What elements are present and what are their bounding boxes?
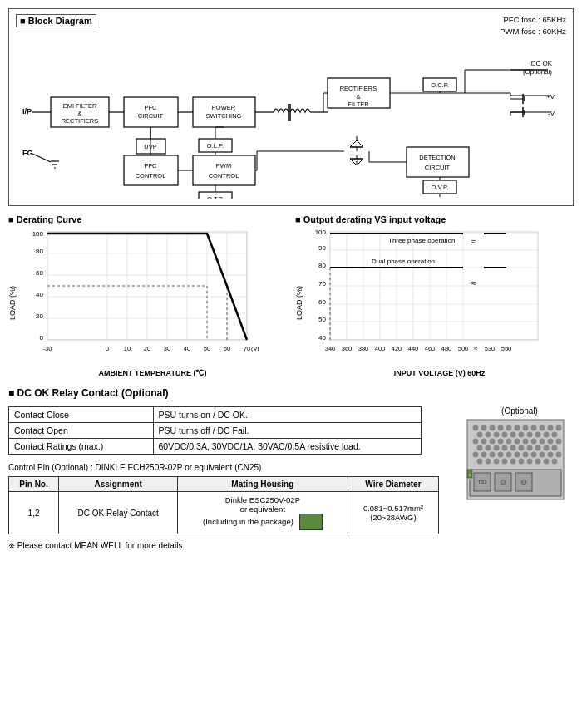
svg-point-221 [548,452,554,458]
svg-point-219 [531,452,537,458]
svg-point-206 [510,445,516,451]
svg-text:360: 360 [342,345,353,352]
svg-point-228 [519,459,525,465]
svg-text:FG: FG [22,149,33,157]
svg-text:EMI FILTER: EMI FILTER [63,102,97,110]
derating-curve-chart: LOAD (%) 0 20 40 60 80 100 [8,228,287,377]
svg-text:0: 0 [106,345,109,352]
svg-text:60: 60 [36,269,43,277]
svg-point-198 [531,439,537,445]
svg-point-223 [477,459,483,465]
svg-text:20: 20 [36,312,43,320]
svg-point-195 [506,439,512,445]
svg-text:0: 0 [40,334,44,342]
svg-point-174 [506,425,512,431]
svg-point-178 [540,425,545,431]
svg-point-199 [540,439,545,445]
svg-text:340: 340 [325,345,336,352]
table-header-row: Pin No. Assignment Mating Housing Wire D… [9,477,439,492]
svg-point-207 [519,445,525,451]
svg-point-202 [477,445,483,451]
svg-text:O.L.P.: O.L.P. [207,142,224,150]
svg-point-200 [548,439,554,445]
svg-text:40: 40 [318,334,326,342]
output-derating-chart: LOAD (%) 40 50 60 70 80 90 100 [295,228,574,377]
output-derating-svg: 40 50 60 70 80 90 100 [305,228,550,369]
svg-text:Three phase operation: Three phase operation [388,237,456,244]
svg-text:CONTROL: CONTROL [136,172,166,180]
svg-text:≈: ≈ [474,344,478,352]
svg-rect-47 [124,155,178,185]
svg-text:(VERTICAL): (VERTICAL) [251,345,259,352]
svg-text:100: 100 [315,229,327,236]
svg-point-183 [494,432,500,438]
output-derating-x-axis-label: INPUT VOLTAGE (V) 60Hz [305,369,574,377]
svg-text:420: 420 [392,345,402,352]
svg-point-224 [486,459,491,465]
derating-curve-section: ■ Derating Curve LOAD (%) 0 20 40 60 80 … [8,214,287,377]
svg-point-229 [527,459,533,465]
svg-text:&: & [77,110,81,117]
bottom-left: Contact Close PSU turns on / DC OK. Cont… [8,406,457,550]
svg-text:50: 50 [318,316,326,323]
svg-point-170 [473,425,479,431]
svg-text:10: 10 [124,345,131,352]
svg-point-181 [477,432,483,438]
svg-text:DETECTION: DETECTION [419,154,455,161]
optional-device-section: (Optional) [466,406,574,501]
bottom-content-row: Contact Close PSU turns on / DC OK. Cont… [8,406,574,550]
svg-line-10 [32,154,51,162]
svg-rect-50 [193,155,255,185]
svg-point-175 [515,425,520,431]
svg-text:-V: -V [548,110,555,117]
svg-text:PFC: PFC [145,162,158,170]
svg-text:40: 40 [36,291,43,298]
derating-curve-header: ■ Derating Curve [8,214,287,224]
green-connector-icon [299,514,323,530]
svg-text:460: 460 [425,345,436,352]
svg-text:≈: ≈ [471,237,476,246]
svg-point-194 [498,439,504,445]
svg-text:SWITCHING: SWITCHING [206,112,242,120]
svg-point-238 [501,480,506,485]
svg-point-225 [494,459,500,465]
svg-text:≈: ≈ [471,278,476,288]
output-derating-section: ■ Output derating VS input voltage LOAD … [295,214,574,377]
svg-point-227 [510,459,516,465]
svg-point-191 [473,439,479,445]
svg-point-215 [498,452,504,458]
footer-note: ※ Please contact MEAN WELL for more deta… [8,541,457,550]
svg-text:POWER: POWER [212,104,236,111]
svg-text:70: 70 [244,345,250,352]
svg-point-179 [548,425,554,431]
svg-point-173 [498,425,504,431]
device-image: TB2 2 1 [466,418,565,501]
svg-text:60: 60 [318,298,326,306]
block-diagram-svg: DC OK (Optional) +V -V I/P FG EMI FILTER… [16,32,565,199]
svg-point-186 [519,432,525,438]
svg-text:70: 70 [318,280,326,288]
svg-text:O.C.P.: O.C.P. [431,81,449,89]
svg-point-208 [527,445,533,451]
svg-point-212 [473,452,479,458]
svg-point-185 [510,432,516,438]
svg-text:+V: +V [546,93,555,101]
svg-text:O.T.P.: O.T.P. [207,195,224,199]
svg-point-231 [544,459,550,465]
svg-text:Dual phase operation: Dual phase operation [372,258,435,265]
svg-point-187 [527,432,533,438]
svg-point-209 [535,445,541,451]
svg-text:RECTIFIERS: RECTIFIERS [340,85,377,92]
dc-ok-section: ■ DC OK Relay Contact (Optional) Contact… [8,387,574,550]
svg-point-188 [535,432,541,438]
svg-point-232 [552,459,558,465]
svg-text:480: 480 [441,345,452,352]
svg-text:20: 20 [144,345,150,352]
svg-text:100: 100 [32,230,44,238]
svg-point-204 [494,445,500,451]
svg-point-172 [490,425,496,431]
svg-point-189 [544,432,550,438]
output-derating-header: ■ Output derating VS input voltage [295,214,574,224]
svg-text:&: & [356,93,360,101]
svg-text:400: 400 [375,345,386,352]
